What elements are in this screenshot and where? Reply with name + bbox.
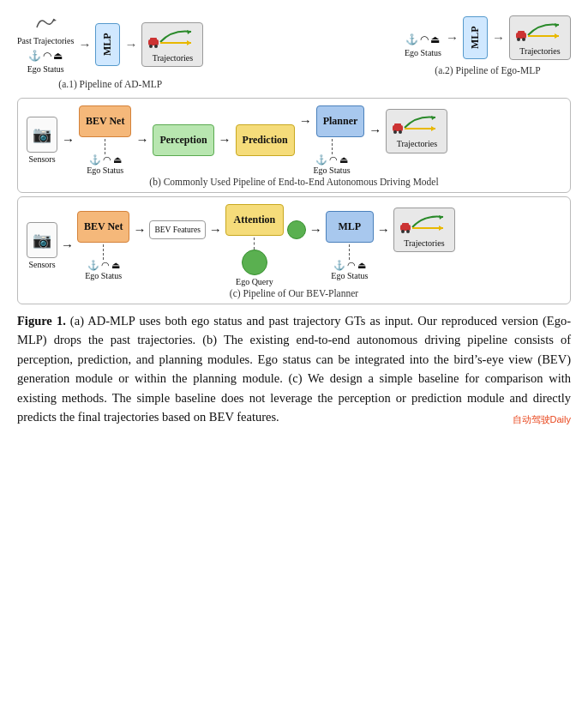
b-traj-box: Trajectories (386, 109, 447, 153)
b-sensor-box: 📷 (27, 117, 57, 153)
camera-icon-c: 📷 (33, 231, 51, 250)
pipe-c-main-row: 📷 Sensors → BEV Net ⚓◠⏏ Ego Status → (27, 204, 561, 286)
pipe-b-content: 📷 Sensors → BEV Net ⚓◠⏏ Ego Status → (27, 105, 561, 175)
c-ego1-dashed (103, 244, 104, 260)
b-traj-label: Trajectories (397, 139, 437, 148)
b-ego-status-2-label: Ego Status (313, 165, 350, 175)
svg-point-16 (399, 130, 402, 134)
svg-point-10 (522, 38, 525, 41)
svg-rect-14 (394, 123, 401, 127)
c-attn-box: Attention (225, 204, 284, 236)
pipe-c-content: 📷 Sensors → BEV Net ⚓◠⏏ Ego Status → (27, 204, 561, 286)
figure-caption-block: Figure 1. (a) AD-MLP uses both ego statu… (17, 311, 571, 427)
a2-mlp-box: MLP (463, 16, 488, 59)
svg-marker-12 (555, 33, 559, 39)
b-sensor-col: 📷 Sensors (27, 117, 57, 164)
c-arr3: → (209, 223, 222, 238)
pipeline-a1-row: Past Trajectories ⚓ ◠ ⏏ Ego Status → MLP… (17, 15, 203, 74)
section-b: 📷 Sensors → BEV Net ⚓◠⏏ Ego Status → (17, 98, 571, 193)
b-prediction-box: Prediction (236, 124, 295, 156)
wheel-icon2: ⏏ (430, 33, 440, 46)
c-circle-conn (287, 220, 306, 239)
a1-caption: (a.1) Pipeline of AD-MLP (58, 79, 162, 89)
a2-arrow1: → (446, 31, 459, 45)
pipeline-a2: ⚓ ◠ ⏏ Ego Status → MLP → (405, 15, 571, 75)
a1-dashed-arrow: → (124, 38, 137, 52)
c-bevfeat-box: BEV Features (149, 220, 205, 239)
figure-bold: Figure 1. (17, 314, 66, 328)
c-arr2: → (133, 223, 146, 238)
past-traj-icon (33, 15, 57, 34)
pipe-b-main-row: 📷 Sensors → BEV Net ⚓◠⏏ Ego Status → (27, 105, 561, 175)
b-perception-box: Perception (153, 124, 213, 156)
b-ego2-status-icons: ⚓◠⏏ (315, 154, 348, 165)
svg-rect-8 (518, 31, 525, 34)
wheel-icon: ⏏ (53, 50, 63, 63)
a1-inputs: Past Trajectories ⚓ ◠ ⏏ Ego Status (17, 15, 74, 74)
c-attn-col: Attention Ego Query (225, 204, 284, 286)
b-ego1-status-icons: ⚓◠⏏ (89, 154, 122, 165)
a1-mlp-box: MLP (95, 23, 120, 66)
a2-dashed-arrow: → (492, 31, 505, 45)
c-arr1: → (61, 238, 74, 253)
c-caption: (c) Pipeline of Our BEV-Planner (27, 288, 561, 298)
b-bevnet-box: BEV Net (79, 105, 131, 137)
c-bevnet-col: BEV Net ⚓◠⏏ Ego Status (77, 211, 129, 280)
a2-traj-label: Trajectories (519, 46, 560, 56)
svg-marker-18 (431, 126, 435, 131)
c-mlp-col: MLP ⚓◠⏏ Ego Status (326, 211, 374, 280)
a1-arrow1: → (78, 38, 91, 52)
a2-caption: (a.2) Pipeline of Ego-MLP (435, 65, 540, 75)
c-ego2-dashed (349, 244, 350, 260)
a1-traj-label: Trajectories (153, 53, 193, 63)
b-caption: (b) Commonly Used Pipeline of End-to-End… (27, 177, 561, 187)
steer-icon: ◠ (43, 50, 51, 63)
b-planner-box: Planner (316, 105, 365, 137)
c-mlp-box: MLP (326, 211, 374, 243)
svg-point-9 (517, 38, 520, 41)
c-query-circle (242, 250, 267, 275)
a1-status-icons: ⚓ ◠ ⏏ (28, 50, 63, 63)
speed-icon2: ⚓ (405, 33, 418, 46)
svg-point-3 (149, 45, 153, 48)
pipeline-a2-row: ⚓ ◠ ⏏ Ego Status → MLP → (405, 15, 571, 60)
svg-marker-6 (187, 40, 191, 45)
b-ego1-dashed (105, 139, 105, 154)
c-ego1-status-icons: ⚓◠⏏ (87, 260, 120, 271)
svg-point-4 (154, 45, 158, 48)
b-planner-col: → Planner ⚓◠⏏ Ego Status (299, 105, 365, 175)
steer-icon2: ◠ (420, 33, 429, 46)
speed-icon: ⚓ (28, 50, 41, 63)
a2-status-icons: ⚓ ◠ ⏏ (405, 33, 440, 46)
c-arr4: → (309, 223, 322, 238)
c-sensors-label: Sensors (28, 260, 55, 269)
watermark: 自动驾驶Daily (513, 412, 571, 427)
b-arr5: → (369, 123, 381, 138)
c-ego-query-label: Ego Query (236, 277, 273, 286)
b-arr4-planner: → Planner (299, 105, 365, 137)
c-traj-box: Trajectories (393, 208, 455, 252)
a2-traj-box: Trajectories (509, 15, 571, 60)
svg-point-22 (406, 230, 410, 233)
b-sensors-label: Sensors (28, 154, 55, 164)
a2-inputs: ⚓ ◠ ⏏ Ego Status (405, 33, 441, 57)
c-arr5: → (377, 223, 390, 238)
c-ego-status-1-label: Ego Status (85, 271, 122, 280)
b-arr2: → (135, 133, 148, 147)
camera-icon: 📷 (33, 125, 51, 144)
b-arr4: → (299, 114, 312, 129)
svg-rect-2 (150, 38, 157, 41)
svg-point-15 (393, 130, 397, 134)
section-a: Past Trajectories ⚓ ◠ ⏏ Ego Status → MLP… (17, 15, 571, 89)
b-arr1: → (62, 133, 75, 147)
c-bevnet-box: BEV Net (77, 211, 129, 243)
svg-point-21 (401, 230, 405, 233)
c-ego-status-2-label: Ego Status (331, 271, 368, 280)
section-c: 📷 Sensors → BEV Net ⚓◠⏏ Ego Status → (17, 196, 571, 304)
c-sensor-box: 📷 (27, 222, 57, 258)
past-traj-label: Past Trajectories (17, 36, 74, 46)
svg-rect-20 (402, 223, 409, 226)
c-query-dashed (254, 238, 255, 250)
ego-status-a2-label: Ego Status (405, 48, 441, 57)
b-bevnet-col: BEV Net ⚓◠⏏ Ego Status (79, 105, 131, 175)
